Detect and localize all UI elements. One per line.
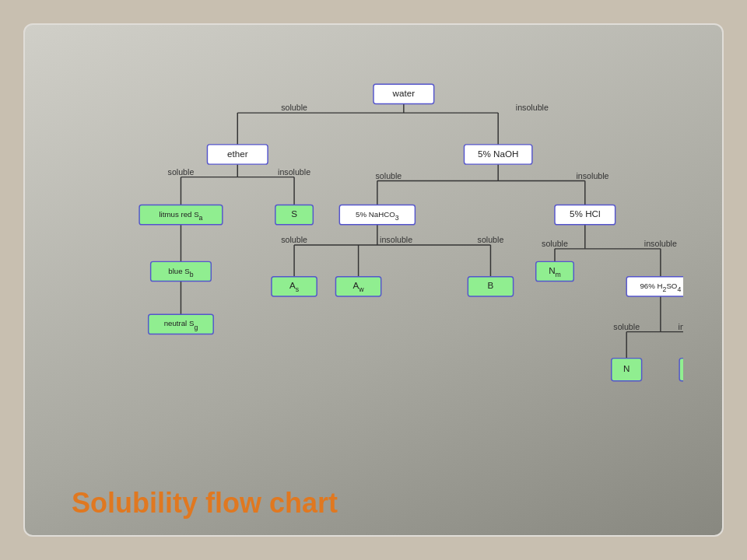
- label-insoluble-5: insoluble: [644, 239, 677, 248]
- flow-chart-svg: soluble insoluble soluble insoluble solu…: [64, 48, 683, 442]
- label-soluble-6: soluble: [542, 239, 568, 248]
- node-i: [679, 359, 683, 381]
- label-insoluble-6: insoluble: [679, 322, 683, 331]
- node-hcl-label: 5% HCl: [570, 208, 600, 219]
- slide: soluble insoluble soluble insoluble solu…: [23, 23, 724, 537]
- label-soluble-5: soluble: [478, 235, 504, 244]
- node-ether-label: ether: [227, 149, 248, 159]
- node-b-label: B: [488, 280, 494, 290]
- label-soluble-7: soluble: [613, 322, 640, 331]
- label-insoluble-4: insoluble: [380, 235, 412, 244]
- label-soluble-2: soluble: [168, 167, 195, 177]
- label-soluble-4: soluble: [281, 235, 307, 244]
- label-insoluble-3: insoluble: [576, 171, 608, 180]
- slide-title: Solubility flow chart: [72, 487, 338, 520]
- node-water-label: water: [392, 88, 416, 98]
- label-insoluble-1: insoluble: [516, 103, 549, 112]
- label-insoluble-2: insoluble: [278, 167, 310, 177]
- chart-area: soluble insoluble soluble insoluble solu…: [64, 48, 683, 442]
- node-s-label: S: [291, 208, 297, 219]
- node-naoh-label: 5% NaOH: [478, 149, 518, 159]
- node-n-label: N: [623, 363, 630, 373]
- label-soluble-3: soluble: [376, 171, 402, 180]
- label-soluble-1: soluble: [281, 103, 307, 112]
